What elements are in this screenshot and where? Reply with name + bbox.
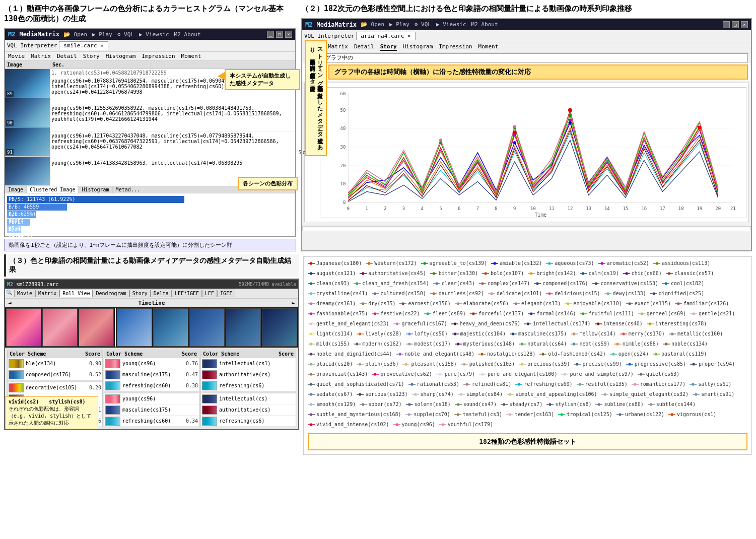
tab-matrix-mm[interactable]: Matrix [35,290,59,297]
nav-play[interactable]: ▶ Play [92,31,112,38]
annotation-scene-split: 動画像を1秒ごと（設定により、1~nフレームに抽出頻度を設定可能）に分割したシー… [4,239,296,251]
svg-rect-50 [310,262,312,265]
tab-movie-mm[interactable]: Movie [14,290,35,297]
file-tab-left[interactable]: smile.carc × [59,41,108,50]
nav-vql[interactable]: ⚙ VQL [117,31,134,38]
menu-moment[interactable]: Moment [181,53,201,59]
scene-image-90: 90 [5,98,50,127]
menu-story[interactable]: Story [83,53,100,59]
nav-viewsic-r[interactable]: ▶ Viewsic [436,21,466,28]
svg-rect-118 [567,303,569,305]
main-legend: Japanese(cs180)Western(cs172)agreeable_t… [303,256,752,455]
menu-story-r[interactable]: Story [380,43,397,51]
tab-delta-mm[interactable]: Delta [151,290,172,297]
nav-play-r[interactable]: ▶ Play [389,21,409,28]
legend-item: progressive(cs85) [626,360,686,369]
menu-moment-r[interactable]: Moment [478,43,499,51]
nav-vql-r[interactable]: ⚙ VQL [415,21,431,28]
mm-tabs: 🔍 Movie Matrix Roll View Dendrogram Stor… [5,289,298,299]
sub-tab-histogram[interactable]: Histogram [79,186,112,193]
sub-tab-image[interactable]: Image [5,186,27,193]
svg-rect-214 [374,373,376,376]
svg-rect-258 [457,403,459,406]
legend-item: mysterious(cs148) [455,340,515,349]
thumb-1[interactable] [6,308,41,347]
nav-about-right[interactable]: M2 About [471,21,498,28]
tab-dendrogram-mm[interactable]: Dendrogram [93,290,129,297]
annotation-box-2: 各シーンの色彩分布 [238,177,298,190]
legend-item: sound(cs47) [455,400,497,409]
cs-panel-3-header: Color Scheme Score [201,350,296,358]
close-btn-left[interactable]: × [285,31,292,38]
svg-rect-180 [616,343,618,346]
legend-item: mild(cs155) [308,340,350,349]
legend-item: sharp(cs74) [412,390,454,399]
tab-rollview-mm[interactable]: Roll View [59,290,93,297]
legend-area-inside [302,226,751,231]
thumb-7[interactable] [226,308,261,347]
thumb-5[interactable] [153,308,188,347]
mm-search-icon[interactable]: 🔍 [6,290,12,297]
sub-tab-metadata[interactable]: Metad... [113,186,143,193]
svg-rect-68 [433,273,435,275]
legend-item: Japanese(cs180) [308,259,362,268]
svg-rect-136 [641,313,643,315]
thumb-8[interactable] [262,308,297,347]
legend-item: sedate(cs67) [308,390,353,399]
nav-about-left[interactable]: M2 About [174,31,201,38]
tab-lef-mm[interactable]: LEF [202,290,217,297]
menu-detail[interactable]: Detail [57,53,77,59]
vivid-label: vivid(cs2) [9,399,39,405]
sub-tab-clustered[interactable]: Clustered Image [27,186,79,193]
maximize-btn-right[interactable]: □ [732,21,739,28]
maximize-btn-left[interactable]: □ [276,31,283,38]
thumb-6[interactable] [189,308,225,347]
swatch-2-6 [105,417,120,426]
tab-story-mm[interactable]: Story [129,290,151,297]
menu-movie[interactable]: Movie [8,53,25,59]
nav-open-r[interactable]: 📂 Open [361,21,384,28]
legend-item: refreshing(cs60) [515,380,572,389]
minimize-btn-right[interactable]: _ [723,21,730,28]
thumb-4[interactable] [117,308,152,347]
svg-rect-142 [396,323,398,325]
titlebar-left: M2 MediaMatrix 📂 Open ▶ Play ⚙ VQL ▶ Vie… [5,29,295,40]
thumb-2[interactable] [42,308,78,347]
svg-text:40: 40 [340,126,346,131]
menu-histogram-r[interactable]: Histogram [403,43,433,51]
svg-text:0: 0 [347,206,350,211]
word-input[interactable] [324,53,748,62]
menu-histogram[interactable]: Histogram [106,53,136,59]
minimize-btn-left[interactable]: _ [267,31,274,38]
swatch-3-5 [202,406,217,415]
tab-lefigef-mm[interactable]: LEF*IGEF [172,290,202,297]
tab-igef-mm[interactable]: IGEF [217,290,235,297]
legend-item: young(cs96) [393,420,435,429]
swatch-2-2 [105,370,120,379]
legend-item: pastoral(cs119) [653,350,707,359]
legend-item: assiduous(cs113) [653,259,710,268]
cs-row-2-4: young(cs96) [104,393,199,405]
menu-impression[interactable]: Impression [142,53,175,59]
legend-item: graceful(cs167) [393,319,447,328]
titlebar-right: M2 MediaMatrix 📂 Open ▶ Play ⚙ VQL ▶ Vie… [302,19,751,30]
menu-detail-r[interactable]: Detail [354,43,374,51]
thumb-3[interactable] [79,308,114,347]
legend-item: vivid_and_intense(cs102) [308,420,389,429]
color-scheme-area: vivid(cs2) stylish(cs8) それぞれの色彩配色は、形容詞（e… [5,348,298,429]
svg-rect-80 [310,283,312,285]
svg-rect-112 [402,303,404,305]
legend-item: solemn(cs18) [406,400,451,409]
nav-viewsic[interactable]: ▶ Viewsic [139,31,169,38]
sub-panel-content: Image Clustered Image Histogram Metad...… [5,186,295,236]
menu-matrix-r[interactable]: Matrix [328,43,348,51]
close-btn-right[interactable]: × [741,21,748,28]
svg-rect-222 [640,373,642,376]
file-tab-right[interactable]: aria_na4.carc × [356,32,415,40]
window-title-left: MediaMatrix [19,31,59,38]
thumb-divider [115,308,116,347]
menu-impression-r[interactable]: Impression [439,43,472,51]
menu-matrix[interactable]: Matrix [31,53,51,59]
nav-open[interactable]: 📂 Open [63,31,87,38]
scene-sec-89: 89 [6,91,14,97]
